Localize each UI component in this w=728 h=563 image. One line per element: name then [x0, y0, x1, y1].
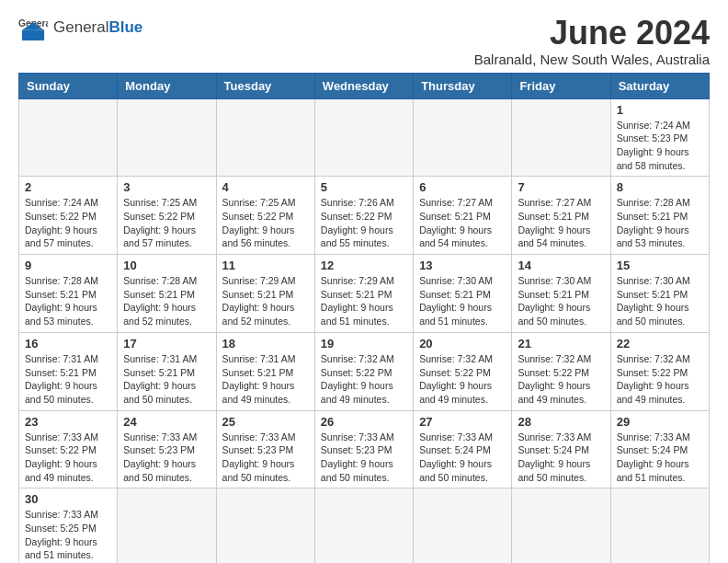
day-number: 26 — [321, 415, 407, 429]
calendar-cell: 16Sunrise: 7:31 AMSunset: 5:21 PMDayligh… — [19, 332, 118, 410]
day-number: 24 — [123, 415, 210, 429]
calendar-cell: 25Sunrise: 7:33 AMSunset: 5:23 PMDayligh… — [216, 410, 314, 488]
day-info: Sunrise: 7:29 AMSunset: 5:21 PMDaylight:… — [222, 274, 309, 328]
calendar-cell: 30Sunrise: 7:33 AMSunset: 5:25 PMDayligh… — [19, 488, 118, 563]
col-header-sunday: Sunday — [19, 73, 118, 98]
col-header-wednesday: Wednesday — [314, 73, 413, 98]
calendar-cell: 19Sunrise: 7:32 AMSunset: 5:22 PMDayligh… — [314, 332, 413, 410]
day-info: Sunrise: 7:33 AMSunset: 5:24 PMDaylight:… — [617, 431, 703, 485]
day-info: Sunrise: 7:27 AMSunset: 5:21 PMDaylight:… — [518, 196, 604, 250]
col-header-tuesday: Tuesday — [216, 73, 314, 98]
month-title: June 2024 — [474, 15, 710, 52]
day-info: Sunrise: 7:28 AMSunset: 5:21 PMDaylight:… — [617, 196, 703, 250]
calendar-cell: 21Sunrise: 7:32 AMSunset: 5:22 PMDayligh… — [512, 332, 610, 410]
day-info: Sunrise: 7:32 AMSunset: 5:22 PMDaylight:… — [518, 352, 604, 407]
day-number: 12 — [321, 259, 407, 272]
day-number: 20 — [419, 337, 506, 350]
calendar-cell: 5Sunrise: 7:26 AMSunset: 5:22 PMDaylight… — [314, 177, 413, 255]
calendar-cell: 17Sunrise: 7:31 AMSunset: 5:21 PMDayligh… — [118, 332, 216, 410]
calendar-cell: 4Sunrise: 7:25 AMSunset: 5:22 PMDaylight… — [216, 177, 314, 255]
calendar-cell: 26Sunrise: 7:33 AMSunset: 5:23 PMDayligh… — [314, 410, 413, 488]
location-subtitle: Balranald, New South Wales, Australia — [474, 52, 710, 67]
calendar-cell — [414, 98, 512, 177]
calendar-cell: 15Sunrise: 7:30 AMSunset: 5:21 PMDayligh… — [610, 255, 709, 333]
day-number: 11 — [222, 259, 309, 272]
calendar-week-row: 16Sunrise: 7:31 AMSunset: 5:21 PMDayligh… — [19, 332, 710, 410]
calendar-cell: 3Sunrise: 7:25 AMSunset: 5:22 PMDaylight… — [118, 177, 216, 255]
day-number: 28 — [518, 415, 604, 429]
title-area: June 2024 Balranald, New South Wales, Au… — [474, 15, 710, 67]
logo: General GeneralBlue — [18, 15, 142, 40]
day-info: Sunrise: 7:27 AMSunset: 5:21 PMDaylight:… — [419, 196, 506, 250]
day-info: Sunrise: 7:25 AMSunset: 5:22 PMDaylight:… — [123, 196, 210, 250]
calendar-cell — [512, 488, 610, 563]
day-info: Sunrise: 7:25 AMSunset: 5:22 PMDaylight:… — [222, 196, 309, 250]
day-info: Sunrise: 7:26 AMSunset: 5:22 PMDaylight:… — [321, 196, 407, 250]
calendar-cell: 1Sunrise: 7:24 AMSunset: 5:23 PMDaylight… — [610, 98, 709, 177]
day-number: 16 — [25, 337, 111, 350]
day-number: 22 — [617, 337, 703, 350]
calendar-cell — [414, 488, 512, 563]
day-number: 2 — [25, 180, 111, 194]
calendar-cell: 6Sunrise: 7:27 AMSunset: 5:21 PMDaylight… — [414, 177, 512, 255]
calendar-cell: 2Sunrise: 7:24 AMSunset: 5:22 PMDaylight… — [19, 177, 118, 255]
calendar-cell: 9Sunrise: 7:28 AMSunset: 5:21 PMDaylight… — [19, 255, 118, 333]
calendar-cell — [314, 98, 413, 177]
calendar-cell — [118, 98, 216, 177]
col-header-friday: Friday — [512, 73, 610, 98]
calendar-cell — [610, 488, 709, 563]
calendar-cell: 24Sunrise: 7:33 AMSunset: 5:23 PMDayligh… — [118, 410, 216, 488]
header: General GeneralBlue June 2024 Balranald,… — [18, 15, 710, 67]
day-info: Sunrise: 7:28 AMSunset: 5:21 PMDaylight:… — [25, 274, 111, 328]
day-number: 14 — [518, 259, 604, 272]
day-number: 18 — [222, 337, 309, 350]
calendar-cell: 20Sunrise: 7:32 AMSunset: 5:22 PMDayligh… — [414, 332, 512, 410]
day-number: 23 — [25, 415, 111, 429]
generalblue-logo-icon: General — [18, 15, 48, 40]
day-number: 19 — [321, 337, 407, 350]
calendar-cell — [216, 98, 314, 177]
calendar-cell: 14Sunrise: 7:30 AMSunset: 5:21 PMDayligh… — [512, 255, 610, 333]
day-info: Sunrise: 7:24 AMSunset: 5:22 PMDaylight:… — [25, 196, 111, 250]
day-number: 10 — [123, 259, 210, 272]
day-info: Sunrise: 7:33 AMSunset: 5:23 PMDaylight:… — [123, 431, 210, 485]
day-info: Sunrise: 7:30 AMSunset: 5:21 PMDaylight:… — [617, 274, 703, 328]
day-number: 30 — [25, 492, 111, 506]
day-info: Sunrise: 7:32 AMSunset: 5:22 PMDaylight:… — [321, 352, 407, 407]
day-number: 27 — [419, 415, 506, 429]
day-number: 9 — [25, 259, 111, 272]
day-info: Sunrise: 7:31 AMSunset: 5:21 PMDaylight:… — [222, 352, 309, 407]
day-number: 17 — [123, 337, 210, 350]
calendar-week-row: 23Sunrise: 7:33 AMSunset: 5:22 PMDayligh… — [19, 410, 710, 488]
day-number: 21 — [518, 337, 604, 350]
calendar-cell: 22Sunrise: 7:32 AMSunset: 5:22 PMDayligh… — [610, 332, 709, 410]
day-number: 29 — [617, 415, 703, 429]
calendar-cell: 12Sunrise: 7:29 AMSunset: 5:21 PMDayligh… — [314, 255, 413, 333]
col-header-saturday: Saturday — [610, 73, 709, 98]
col-header-thursday: Thursday — [414, 73, 512, 98]
calendar-cell: 7Sunrise: 7:27 AMSunset: 5:21 PMDaylight… — [512, 177, 610, 255]
day-info: Sunrise: 7:28 AMSunset: 5:21 PMDaylight:… — [123, 274, 210, 328]
day-info: Sunrise: 7:33 AMSunset: 5:23 PMDaylight:… — [321, 431, 407, 485]
calendar-cell: 8Sunrise: 7:28 AMSunset: 5:21 PMDaylight… — [610, 177, 709, 255]
calendar-week-row: 1Sunrise: 7:24 AMSunset: 5:23 PMDaylight… — [19, 98, 710, 177]
day-number: 5 — [321, 180, 407, 194]
calendar-cell: 23Sunrise: 7:33 AMSunset: 5:22 PMDayligh… — [19, 410, 118, 488]
calendar-cell: 28Sunrise: 7:33 AMSunset: 5:24 PMDayligh… — [512, 410, 610, 488]
day-number: 15 — [617, 259, 703, 272]
day-info: Sunrise: 7:33 AMSunset: 5:23 PMDaylight:… — [222, 431, 309, 485]
day-info: Sunrise: 7:33 AMSunset: 5:25 PMDaylight:… — [25, 508, 111, 562]
day-info: Sunrise: 7:30 AMSunset: 5:21 PMDaylight:… — [419, 274, 506, 328]
calendar-cell: 29Sunrise: 7:33 AMSunset: 5:24 PMDayligh… — [610, 410, 709, 488]
calendar-header-row: SundayMondayTuesdayWednesdayThursdayFrid… — [19, 73, 710, 98]
calendar-week-row: 2Sunrise: 7:24 AMSunset: 5:22 PMDaylight… — [19, 177, 710, 255]
day-number: 13 — [419, 259, 506, 272]
day-number: 8 — [617, 180, 703, 194]
calendar-cell — [118, 488, 216, 563]
calendar-cell: 18Sunrise: 7:31 AMSunset: 5:21 PMDayligh… — [216, 332, 314, 410]
day-info: Sunrise: 7:31 AMSunset: 5:21 PMDaylight:… — [25, 352, 111, 407]
day-info: Sunrise: 7:29 AMSunset: 5:21 PMDaylight:… — [321, 274, 407, 328]
calendar-week-row: 9Sunrise: 7:28 AMSunset: 5:21 PMDaylight… — [19, 255, 710, 333]
calendar-week-row: 30Sunrise: 7:33 AMSunset: 5:25 PMDayligh… — [19, 488, 710, 563]
day-info: Sunrise: 7:32 AMSunset: 5:22 PMDaylight:… — [419, 352, 506, 407]
